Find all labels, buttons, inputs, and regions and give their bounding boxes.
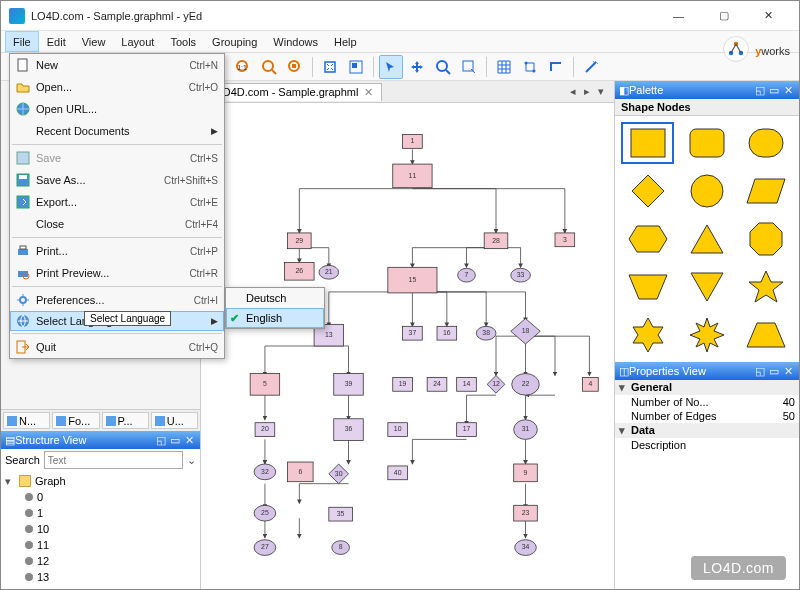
tree-root[interactable]: ▾Graph <box>5 473 196 489</box>
mtab-folder[interactable]: Fo... <box>52 412 99 429</box>
tb-overview-icon[interactable] <box>344 55 368 79</box>
panel-close-icon[interactable]: ✕ <box>182 434 196 447</box>
search-input[interactable] <box>44 451 183 469</box>
panel-min-icon[interactable]: ▭ <box>168 434 182 447</box>
shape-parallelogram[interactable] <box>740 170 793 212</box>
tb-grid-icon[interactable] <box>492 55 516 79</box>
svg-rect-20 <box>352 63 357 68</box>
menu-help[interactable]: Help <box>326 31 365 52</box>
tb-annot-icon[interactable] <box>457 55 481 79</box>
svg-text:12: 12 <box>492 380 500 387</box>
props-section-data[interactable]: ▾Data <box>615 423 799 438</box>
panel-close-icon[interactable]: ✕ <box>781 365 795 378</box>
shape-octagon[interactable] <box>740 218 793 260</box>
shape-triangle-down[interactable] <box>680 266 733 308</box>
tree-item[interactable]: 1 <box>5 505 196 521</box>
svg-marker-113 <box>629 226 667 252</box>
structure-tree[interactable]: ▾Graph 0 1 10 11 12 13 14 15 16 <box>1 471 200 589</box>
tree-item[interactable]: 10 <box>5 521 196 537</box>
shape-star8[interactable] <box>680 314 733 356</box>
svg-line-15 <box>272 70 276 74</box>
svg-text:1:1: 1:1 <box>237 63 247 70</box>
maximize-button[interactable]: ▢ <box>701 1 746 31</box>
collapse-icon[interactable]: ▾ <box>5 475 15 488</box>
lang-english[interactable]: ✔English <box>226 308 324 328</box>
tab-prev-icon[interactable]: ◂ <box>566 85 580 98</box>
menu-new[interactable]: NewCtrl+N <box>10 54 224 76</box>
tree-item[interactable]: 13 <box>5 569 196 585</box>
tb-ortho-icon[interactable] <box>544 55 568 79</box>
collapse-icon[interactable]: ▾ <box>619 381 631 394</box>
tree-item[interactable]: 11 <box>5 537 196 553</box>
panel-pin-icon[interactable]: ◱ <box>753 365 767 378</box>
tb-zoom100-icon[interactable]: 1:1 <box>231 55 255 79</box>
mtab-neighbor[interactable]: N... <box>3 412 50 429</box>
collapse-icon[interactable]: ▾ <box>619 424 631 437</box>
shape-star6[interactable] <box>621 314 674 356</box>
gear-icon <box>14 292 32 308</box>
tab-next-icon[interactable]: ▸ <box>580 85 594 98</box>
menu-tools[interactable]: Tools <box>162 31 204 52</box>
dropdown-icon[interactable]: ⌄ <box>187 454 196 467</box>
menu-print-preview[interactable]: Print Preview...Ctrl+R <box>10 262 224 284</box>
prop-row[interactable]: Description <box>615 438 799 452</box>
mtab-pred[interactable]: P... <box>102 412 149 429</box>
minimize-button[interactable]: — <box>656 1 701 31</box>
tree-item[interactable]: 12 <box>5 553 196 569</box>
shape-star5[interactable] <box>740 266 793 308</box>
shape-rectangle[interactable] <box>621 122 674 164</box>
panel-min-icon[interactable]: ▭ <box>767 84 781 97</box>
panel-close-icon[interactable]: ✕ <box>781 84 795 97</box>
menu-file[interactable]: File <box>5 31 39 52</box>
mtab-user[interactable]: U... <box>151 412 198 429</box>
graph-canvas[interactable]: 1 11 29 28 3 26 21 15 7 33 13 37 16 38 1… <box>201 103 614 589</box>
shape-rounded-rect[interactable] <box>680 122 733 164</box>
shape-diamond[interactable] <box>621 170 674 212</box>
panel-min-icon[interactable]: ▭ <box>767 365 781 378</box>
tb-wand-icon[interactable] <box>579 55 603 79</box>
tree-item[interactable]: 14 <box>5 585 196 589</box>
shape-hexagon[interactable] <box>621 218 674 260</box>
menu-windows[interactable]: Windows <box>265 31 326 52</box>
menu-recent[interactable]: Recent Documents▶ <box>10 120 224 142</box>
document-tab[interactable]: LO4D.com - Sample.graphml ✕ <box>207 83 382 101</box>
folder-icon <box>19 475 31 487</box>
menu-grouping[interactable]: Grouping <box>204 31 265 52</box>
palette-group-label[interactable]: Shape Nodes <box>615 99 799 116</box>
menu-view[interactable]: View <box>74 31 114 52</box>
menu-quit[interactable]: QuitCtrl+Q <box>10 336 224 358</box>
shape-triangle[interactable] <box>680 218 733 260</box>
menu-export[interactable]: Export...Ctrl+E <box>10 191 224 213</box>
menu-close[interactable]: CloseCtrl+F4 <box>10 213 224 235</box>
props-section-general[interactable]: ▾General <box>615 380 799 395</box>
shape-trapezoid-up[interactable] <box>621 266 674 308</box>
close-button[interactable]: ✕ <box>746 1 791 31</box>
shape-rounded-rect2[interactable] <box>740 122 793 164</box>
panel-pin-icon[interactable]: ◱ <box>154 434 168 447</box>
tb-snap-icon[interactable] <box>518 55 542 79</box>
menu-print[interactable]: Print...Ctrl+P <box>10 240 224 262</box>
tb-zoomsel-icon[interactable] <box>283 55 307 79</box>
lang-deutsch[interactable]: Deutsch <box>226 288 324 308</box>
menu-save-as[interactable]: Save As...Ctrl+Shift+S <box>10 169 224 191</box>
shape-trapezoid[interactable] <box>740 314 793 356</box>
menu-layout[interactable]: Layout <box>113 31 162 52</box>
svg-text:18: 18 <box>522 327 530 334</box>
menu-open[interactable]: Open...Ctrl+O <box>10 76 224 98</box>
tb-editmode-icon[interactable] <box>379 55 403 79</box>
panel-pin-icon[interactable]: ◱ <box>753 84 767 97</box>
tb-magnify-icon[interactable] <box>431 55 455 79</box>
menu-save[interactable]: SaveCtrl+S <box>10 147 224 169</box>
svg-text:20: 20 <box>261 425 269 432</box>
shape-circle[interactable] <box>680 170 733 212</box>
tb-pan-icon[interactable] <box>405 55 429 79</box>
tb-zoomfit-icon[interactable] <box>257 55 281 79</box>
menu-preferences[interactable]: Preferences...Ctrl+I <box>10 289 224 311</box>
menu-open-url[interactable]: Open URL... <box>10 98 224 120</box>
tab-close-icon[interactable]: ✕ <box>364 86 373 99</box>
tab-list-icon[interactable]: ▾ <box>594 85 608 98</box>
overview-mini-tabs: N... Fo... P... U... <box>1 409 200 431</box>
tb-fit-icon[interactable] <box>318 55 342 79</box>
tree-item[interactable]: 0 <box>5 489 196 505</box>
menu-edit[interactable]: Edit <box>39 31 74 52</box>
